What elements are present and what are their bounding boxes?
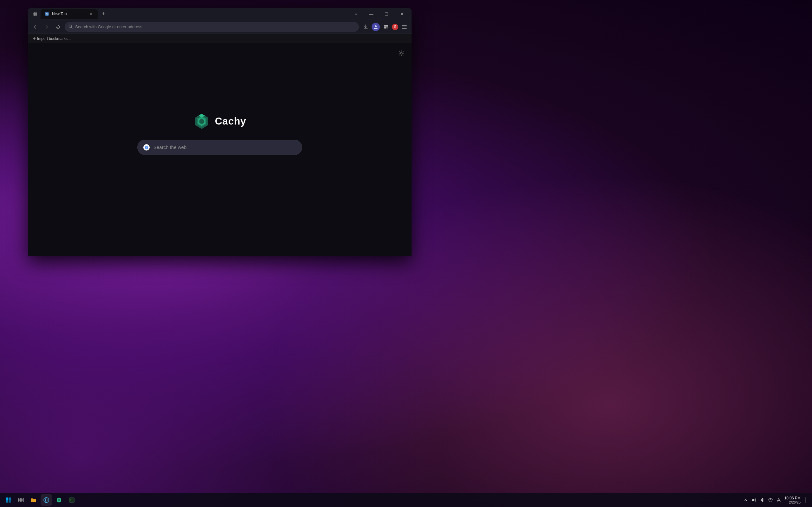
files-button[interactable] xyxy=(28,494,39,506)
toolbar-right: S xyxy=(361,22,409,32)
svg-point-34 xyxy=(770,502,771,502)
cachy-logo-icon xyxy=(193,113,210,130)
volume-icon[interactable] xyxy=(751,497,757,503)
svg-rect-28 xyxy=(21,500,23,502)
notifications-button[interactable] xyxy=(803,496,808,504)
svg-rect-23 xyxy=(6,500,8,503)
window-controls: — ☐ ✕ xyxy=(349,9,409,19)
red-extension-button[interactable]: S xyxy=(392,24,398,30)
search-icon xyxy=(68,24,72,30)
svg-text:G: G xyxy=(145,145,148,150)
svg-point-6 xyxy=(69,25,72,27)
bookmarks-bar: ⊕ Import bookmarks... xyxy=(28,34,412,43)
google-logo-icon: G G xyxy=(143,144,150,151)
svg-rect-25 xyxy=(18,498,20,500)
search-placeholder: Search the web xyxy=(153,145,187,150)
svg-rect-27 xyxy=(18,500,20,502)
svg-rect-22 xyxy=(9,498,11,500)
wifi-icon[interactable] xyxy=(767,497,774,503)
svg-text:>_: >_ xyxy=(70,499,73,501)
taskbar: >_ xyxy=(0,493,812,507)
minimize-button[interactable]: — xyxy=(364,9,378,19)
svg-point-7 xyxy=(375,25,377,27)
profile-button[interactable] xyxy=(371,23,380,31)
task-view-button[interactable] xyxy=(15,494,27,506)
start-menu-button[interactable] xyxy=(3,494,14,506)
svg-rect-9 xyxy=(386,25,388,26)
reload-button[interactable] xyxy=(53,22,63,32)
bluetooth-icon[interactable] xyxy=(759,497,765,503)
tab-close-button[interactable]: ✕ xyxy=(88,11,94,17)
svg-rect-21 xyxy=(6,498,8,500)
download-button[interactable] xyxy=(361,22,370,32)
svg-point-12 xyxy=(400,52,402,54)
clock[interactable]: 10:06 PM 2/26/25 xyxy=(784,496,801,504)
svg-rect-2 xyxy=(33,14,35,16)
cachy-taskbar-button[interactable] xyxy=(53,494,65,506)
svg-rect-11 xyxy=(386,27,388,29)
new-tab-page: Cachy G G Search the we xyxy=(28,43,412,257)
network-icon[interactable] xyxy=(775,497,782,503)
new-tab-button[interactable]: + xyxy=(99,9,108,18)
logo-section: Cachy xyxy=(193,113,246,130)
new-tab-settings-button[interactable] xyxy=(396,48,406,58)
app-title: Cachy xyxy=(215,115,246,127)
tab-list-button[interactable] xyxy=(31,9,39,18)
import-bookmarks-item[interactable]: ⊕ Import bookmarks... xyxy=(31,36,73,42)
active-tab[interactable]: N New Tab ✕ xyxy=(41,9,98,19)
maximize-button[interactable]: ☐ xyxy=(379,9,394,19)
browser-button[interactable] xyxy=(41,494,52,506)
address-bar[interactable]: Search with Google or enter address xyxy=(65,22,359,32)
title-bar: N New Tab ✕ + — ☐ ✕ xyxy=(28,8,412,20)
svg-rect-3 xyxy=(35,14,37,16)
extensions-button[interactable] xyxy=(381,22,391,32)
tab-label: New Tab xyxy=(52,12,86,16)
close-button[interactable]: ✕ xyxy=(395,9,409,19)
svg-rect-1 xyxy=(35,12,37,14)
menu-button[interactable] xyxy=(400,22,409,32)
import-icon: ⊕ xyxy=(33,37,36,41)
svg-rect-8 xyxy=(384,25,386,26)
browser-window: N New Tab ✕ + — ☐ ✕ xyxy=(28,8,412,257)
tab-dropdown-button[interactable] xyxy=(349,9,363,19)
svg-rect-0 xyxy=(33,12,35,14)
taskbar-left: >_ xyxy=(0,494,78,506)
system-tray xyxy=(743,497,782,503)
svg-rect-10 xyxy=(384,27,386,29)
search-container: G G Search the web xyxy=(137,140,302,155)
search-bar[interactable]: G G Search the web xyxy=(137,140,302,155)
chevron-up-icon[interactable] xyxy=(743,497,749,503)
address-bar-row: Search with Google or enter address xyxy=(28,20,412,34)
import-bookmarks-label: Import bookmarks... xyxy=(37,37,71,41)
svg-text:N: N xyxy=(46,13,48,16)
address-bar-placeholder: Search with Google or enter address xyxy=(75,24,355,29)
back-button[interactable] xyxy=(31,22,40,32)
svg-rect-26 xyxy=(21,498,23,500)
svg-rect-24 xyxy=(9,500,11,503)
terminal-button[interactable]: >_ xyxy=(66,494,78,506)
clock-time: 10:06 PM xyxy=(784,496,801,500)
tab-favicon-icon: N xyxy=(44,11,49,16)
clock-date: 2/26/25 xyxy=(784,500,801,504)
taskbar-right: 10:06 PM 2/26/25 xyxy=(743,496,812,504)
forward-button[interactable] xyxy=(42,22,51,32)
